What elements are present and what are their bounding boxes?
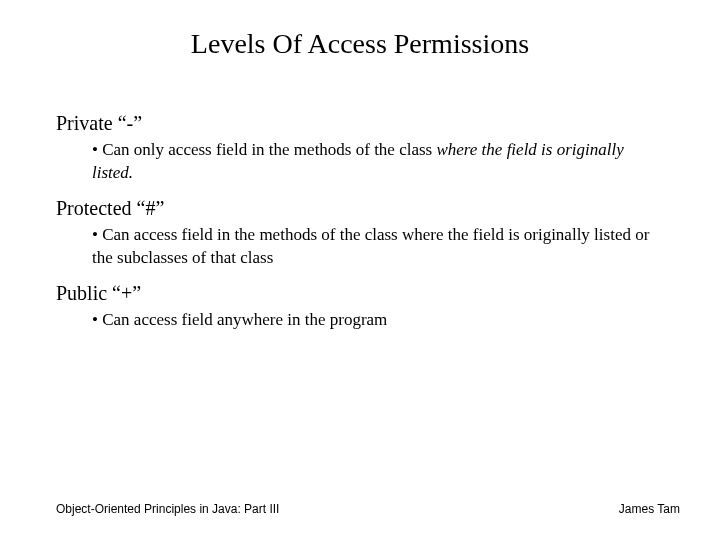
slide-body: Private “-” • Can only access field in t… [0,60,720,332]
protected-label: Protected “#” [56,197,664,220]
public-label: Public “+” [56,282,664,305]
private-bullet-text: • Can only access field in the methods o… [92,140,436,159]
footer-left: Object-Oriented Principles in Java: Part… [56,502,279,516]
private-label: Private “-” [56,112,664,135]
footer-right: James Tam [619,502,680,516]
footer: Object-Oriented Principles in Java: Part… [56,502,680,516]
protected-bullet: • Can access field in the methods of the… [56,224,664,270]
slide-title: Levels Of Access Permissions [0,28,720,60]
public-bullet: • Can access field anywhere in the progr… [56,309,664,332]
private-bullet: • Can only access field in the methods o… [56,139,664,185]
